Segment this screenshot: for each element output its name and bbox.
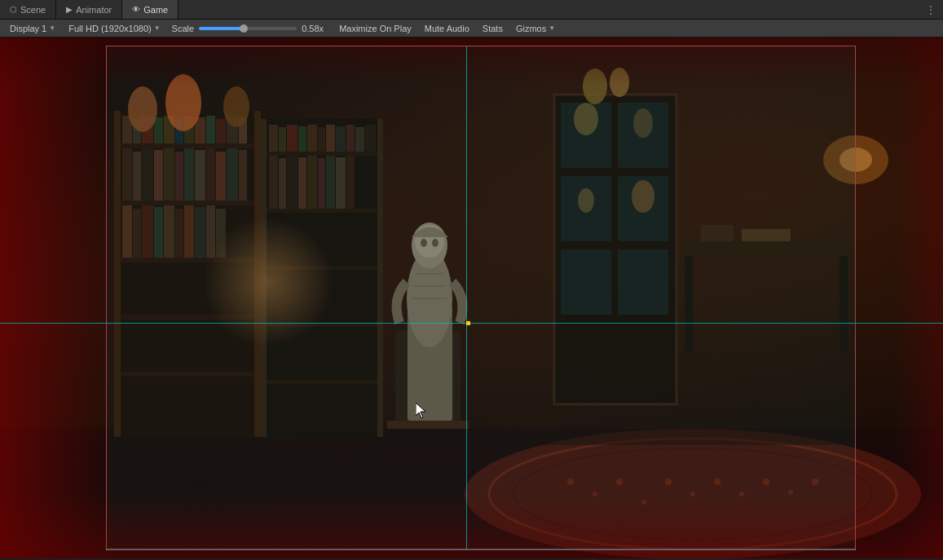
svg-rect-99	[387, 421, 469, 429]
game-viewport[interactable]	[0, 37, 943, 558]
gizmos-button[interactable]: Gizmos ▼	[511, 21, 560, 36]
svg-point-11	[739, 492, 744, 496]
svg-rect-92	[561, 249, 611, 315]
tab-game[interactable]: 👁 Game	[122, 0, 178, 19]
gizmos-dropdown-arrow: ▼	[549, 24, 555, 32]
svg-rect-84	[336, 157, 346, 209]
svg-rect-50	[142, 205, 153, 258]
svg-point-96	[578, 188, 594, 213]
tab-animator[interactable]: ▶ Animator	[56, 0, 122, 19]
svg-rect-49	[133, 209, 141, 258]
svg-point-121	[610, 68, 629, 97]
tab-scene-label: Scene	[20, 5, 46, 15]
svg-rect-27	[154, 117, 163, 143]
svg-rect-77	[269, 156, 278, 209]
svg-point-109	[204, 217, 334, 347]
svg-point-105	[432, 239, 438, 247]
tab-scene[interactable]: ⬡ Scene	[0, 0, 56, 19]
animator-icon: ▶	[66, 5, 73, 14]
tab-animator-label: Animator	[76, 5, 112, 15]
svg-point-120	[583, 68, 607, 104]
tab-bar: ⬡ Scene ▶ Animator 👁 Game ⋮	[0, 0, 943, 20]
svg-point-117	[128, 86, 157, 132]
svg-rect-80	[298, 157, 306, 209]
svg-rect-54	[184, 205, 194, 258]
svg-rect-70	[307, 125, 317, 152]
svg-point-111	[839, 148, 872, 172]
svg-rect-66	[269, 125, 278, 152]
svg-rect-45	[216, 152, 226, 201]
svg-rect-114	[839, 256, 848, 354]
svg-point-8	[665, 478, 672, 485]
svg-rect-48	[122, 205, 132, 258]
svg-point-10	[714, 478, 720, 485]
scale-value: 0.58x	[302, 24, 328, 33]
svg-rect-33	[216, 119, 226, 143]
svg-rect-20	[121, 201, 254, 205]
svg-rect-115	[701, 225, 734, 241]
svg-rect-17	[114, 111, 121, 437]
svg-rect-55	[195, 207, 205, 258]
display-dropdown-arrow: ▼	[49, 24, 55, 32]
svg-rect-47	[239, 150, 247, 201]
svg-point-95	[633, 108, 653, 138]
svg-rect-73	[336, 126, 346, 152]
svg-point-5	[593, 492, 597, 496]
mute-audio-toggle[interactable]: Mute Audio	[420, 23, 474, 34]
svg-point-94	[574, 103, 598, 135]
svg-rect-42	[184, 148, 194, 201]
svg-rect-65	[267, 380, 377, 384]
svg-point-97	[632, 180, 654, 213]
svg-rect-23	[121, 372, 254, 377]
tab-game-label: Game	[143, 5, 168, 15]
tab-more-button[interactable]: ⋮	[919, 3, 943, 16]
svg-rect-60	[377, 119, 383, 437]
svg-rect-69	[298, 126, 306, 152]
svg-rect-39	[154, 150, 163, 201]
scale-label: Scale	[172, 24, 195, 33]
svg-point-118	[165, 74, 201, 131]
svg-rect-53	[175, 209, 183, 258]
scene-illustration	[0, 37, 943, 558]
svg-rect-38	[142, 148, 153, 201]
svg-rect-32	[206, 116, 215, 143]
svg-rect-76	[365, 125, 376, 152]
maximize-on-play-toggle[interactable]: Maximize On Play	[334, 23, 416, 34]
svg-rect-74	[346, 125, 355, 152]
svg-rect-71	[318, 127, 325, 152]
display-button[interactable]: Display 1 ▼	[5, 21, 60, 36]
svg-rect-113	[685, 256, 693, 354]
svg-rect-36	[122, 148, 132, 201]
toolbar: Display 1 ▼ Full HD (1920x1080) ▼ Scale …	[0, 20, 943, 37]
svg-rect-67	[279, 127, 286, 152]
svg-point-104	[421, 239, 427, 247]
svg-point-4	[567, 478, 574, 485]
svg-point-119	[223, 86, 249, 127]
svg-rect-75	[355, 127, 364, 152]
svg-rect-116	[742, 229, 791, 241]
scale-container: Scale 0.58x	[172, 24, 328, 33]
svg-rect-79	[287, 156, 297, 209]
resolution-dropdown-arrow: ▼	[154, 24, 161, 32]
svg-rect-78	[279, 158, 286, 209]
svg-rect-40	[164, 148, 174, 201]
svg-rect-68	[287, 125, 297, 152]
resolution-label: Full HD (1920x1080)	[68, 24, 152, 33]
stats-toggle[interactable]: Stats	[478, 23, 508, 34]
svg-point-6	[616, 478, 623, 485]
resolution-button[interactable]: Full HD (1920x1080) ▼	[64, 21, 165, 36]
svg-rect-93	[618, 249, 668, 315]
svg-rect-52	[164, 205, 174, 258]
svg-rect-46	[227, 148, 238, 201]
svg-rect-72	[326, 125, 335, 152]
svg-rect-83	[326, 156, 335, 209]
svg-rect-43	[195, 150, 205, 201]
display-label: Display 1	[10, 24, 46, 33]
svg-point-7	[641, 500, 646, 505]
svg-rect-41	[175, 152, 183, 201]
svg-rect-44	[206, 148, 215, 201]
scale-slider[interactable]	[199, 27, 297, 30]
svg-rect-19	[121, 143, 254, 148]
svg-rect-85	[346, 156, 355, 209]
svg-point-13	[788, 490, 793, 495]
